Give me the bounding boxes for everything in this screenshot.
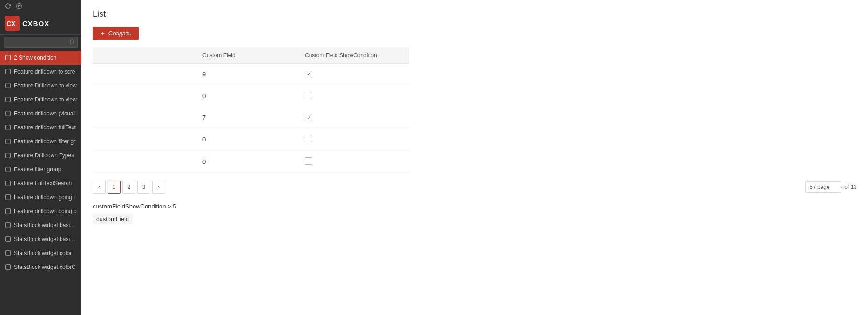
plus-icon: [100, 31, 106, 36]
col-show-condition-label: Custom Field ShowCondition: [297, 47, 409, 64]
nav-item-label: StatsBlock widget basic c: [14, 222, 77, 228]
nav-icon: [5, 96, 11, 103]
sidebar-item-drilldown-view2[interactable]: Feature Drilldown to view: [0, 93, 81, 107]
svg-rect-18: [6, 237, 11, 242]
filter-field: customField: [93, 214, 133, 224]
svg-rect-16: [6, 209, 11, 214]
nav-item-label: Feature Drilldown Types: [14, 152, 74, 159]
cell-empty: [93, 107, 195, 128]
nav-item-label: Feature drilldown to scre: [14, 68, 75, 75]
nav-icon: [5, 68, 11, 75]
cell-show-condition: [297, 128, 409, 151]
nav-item-label: Feature drilldown (visuall: [14, 110, 76, 117]
sidebar: CX CXBOX 2 Show conditionFeature drilldo…: [0, 0, 81, 315]
nav-icon: [5, 264, 11, 270]
sidebar-logo: CX CXBOX: [0, 12, 81, 35]
nav-item-label: 2 Show condition: [14, 54, 56, 61]
sidebar-item-drilldown-going-b[interactable]: Feature drilldown going b: [0, 204, 81, 218]
checkbox-unchecked[interactable]: [305, 135, 312, 142]
svg-rect-11: [6, 139, 11, 144]
nav-icon: [5, 236, 11, 242]
nav-item-label: Feature drilldown going b: [14, 208, 77, 214]
page-button-2[interactable]: 2: [122, 181, 135, 194]
table-row: 0: [93, 128, 409, 151]
next-page-button[interactable]: ›: [152, 181, 165, 194]
cell-show-condition: [297, 64, 409, 85]
nav-item-label: Feature drilldown going f: [14, 194, 75, 201]
table-row: 9: [93, 64, 409, 85]
checkbox-checked[interactable]: [305, 114, 312, 121]
sidebar-item-drilldown-filter[interactable]: Feature drilldown filter gr: [0, 134, 81, 148]
nav-item-label: StatsBlock widget color: [14, 250, 72, 256]
svg-rect-20: [6, 265, 11, 270]
cell-empty: [93, 64, 195, 85]
svg-rect-13: [6, 167, 11, 172]
logo-icon: CX: [5, 16, 20, 31]
search-input[interactable]: [4, 37, 78, 48]
checkbox-checked[interactable]: [305, 71, 312, 78]
svg-point-0: [18, 5, 20, 7]
nav-item-label: Feature Drilldown to view: [14, 96, 77, 103]
page-button-3[interactable]: 3: [137, 181, 150, 194]
svg-rect-15: [6, 195, 11, 200]
settings-icon[interactable]: [16, 3, 22, 9]
page-size-select[interactable]: 5 / page: [805, 181, 841, 193]
nav-icon: [5, 82, 11, 89]
nav-item-label: Feature drilldown fullText: [14, 124, 76, 131]
col-custom-field-label: Custom Field: [195, 47, 297, 64]
sidebar-item-statsblock-color1[interactable]: StatsBlock widget color: [0, 246, 81, 260]
svg-rect-5: [6, 55, 11, 60]
prev-page-button[interactable]: ‹: [93, 181, 106, 194]
cell-custom-field: 0: [195, 85, 297, 107]
nav-icon: [5, 208, 11, 214]
cell-custom-field: 9: [195, 64, 297, 85]
table-row: 0: [93, 85, 409, 107]
sidebar-item-drilldown-view1[interactable]: Feature Drilldown to view: [0, 79, 81, 93]
page-button-1[interactable]: 1: [108, 181, 121, 194]
create-button[interactable]: Создать: [93, 27, 139, 40]
sidebar-item-statsblock-basic2[interactable]: StatsBlock widget basic c: [0, 232, 81, 246]
cell-show-condition: [297, 151, 409, 173]
sidebar-item-show-condition[interactable]: 2 Show condition: [0, 51, 81, 65]
nav-icon: [5, 152, 11, 159]
nav-icon: [5, 124, 11, 131]
nav-item-label: StatsBlock widget colorC: [14, 264, 76, 270]
checkbox-unchecked[interactable]: [305, 92, 312, 99]
cell-custom-field: 7: [195, 107, 297, 128]
data-table: Custom Field Custom Field ShowCondition …: [93, 47, 409, 173]
table-header-row: Custom Field Custom Field ShowCondition: [93, 47, 409, 64]
cell-show-condition: [297, 107, 409, 128]
nav-item-label: Feature FullTextSearch: [14, 180, 72, 187]
sidebar-item-drilldown-visual[interactable]: Feature drilldown (visuall: [0, 107, 81, 121]
cell-show-condition: [297, 85, 409, 107]
nav-icon: [5, 194, 11, 201]
sidebar-item-drilldown-types[interactable]: Feature Drilldown Types: [0, 148, 81, 162]
svg-text:CX: CX: [7, 20, 16, 27]
nav-item-label: Feature drilldown filter gr: [14, 138, 75, 145]
sidebar-item-filter-group[interactable]: Feature filter group: [0, 162, 81, 176]
sidebar-item-drilldown-going-f[interactable]: Feature drilldown going f: [0, 190, 81, 204]
sidebar-item-drilldown-screen[interactable]: Feature drilldown to scre: [0, 65, 81, 79]
svg-rect-9: [6, 111, 11, 116]
nav-item-label: Feature filter group: [14, 166, 61, 173]
table-row: 7: [93, 107, 409, 128]
sidebar-item-statsblock-basic1[interactable]: StatsBlock widget basic c: [0, 218, 81, 232]
svg-rect-7: [6, 83, 11, 88]
svg-point-3: [70, 40, 74, 43]
create-button-label: Создать: [108, 30, 131, 37]
sidebar-item-drilldown-fulltext[interactable]: Feature drilldown fullText: [0, 121, 81, 134]
page-title: List: [93, 9, 857, 19]
svg-rect-6: [6, 69, 11, 74]
table-row: 0: [93, 151, 409, 173]
svg-rect-12: [6, 153, 11, 158]
nav-icon: [5, 250, 11, 256]
cell-custom-field: 0: [195, 151, 297, 173]
sidebar-item-fulltext-search[interactable]: Feature FullTextSearch: [0, 176, 81, 190]
svg-rect-14: [6, 181, 11, 186]
svg-rect-17: [6, 223, 11, 228]
svg-line-4: [73, 43, 74, 44]
refresh-icon[interactable]: [5, 3, 11, 9]
sidebar-item-statsblock-colorc[interactable]: StatsBlock widget colorC: [0, 260, 81, 274]
sidebar-nav: 2 Show conditionFeature drilldown to scr…: [0, 51, 81, 315]
checkbox-unchecked[interactable]: [305, 157, 312, 165]
